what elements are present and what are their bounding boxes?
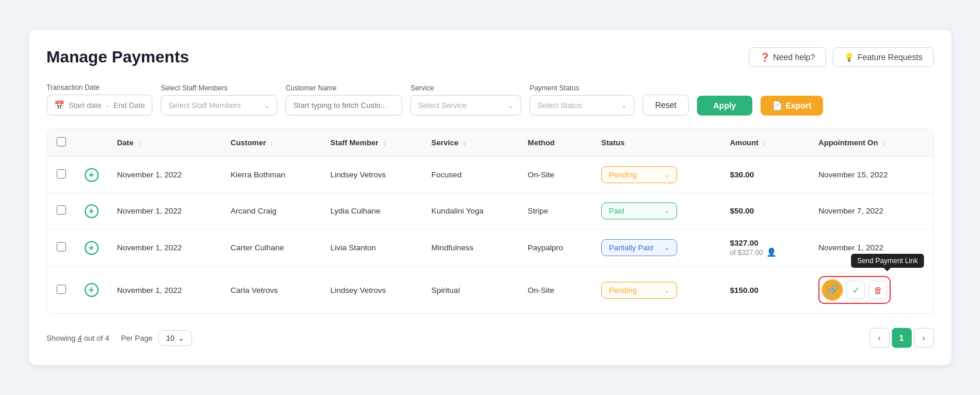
reset-button[interactable]: Reset [643,95,689,116]
status-badge[interactable]: Paid ⌄ [601,202,677,219]
main-card: Manage Payments ❓ Need help? 💡 Feature R… [29,30,951,365]
header-amount: Amount ↕ [720,129,809,157]
end-date: End Date [113,101,145,110]
service-placeholder: Select Service [418,101,466,110]
date-cell: November 1, 2022 [108,229,222,267]
status-badge[interactable]: Pending ⌄ [601,282,677,299]
row-checkbox[interactable] [57,169,66,179]
expand-button[interactable]: + [85,204,99,218]
service-cell: Kundalini Yoga [422,193,518,229]
customer-cell: Carter Culhane [221,229,321,267]
header-staff: Staff Member ↕ [321,129,422,157]
confirm-action-button[interactable]: ✓ [846,281,865,299]
per-page-group: Per Page 10 ⌄ [121,330,192,346]
payments-table-wrap: Date ↕ Customer ↕ Staff Member ↕ Service… [47,128,934,314]
filters-row: Transaction Date 📅 Start date - End Date… [47,83,934,116]
delete-action-button[interactable]: 🗑 [869,281,887,299]
need-help-button[interactable]: ❓ Need help? [749,47,826,67]
status-badge[interactable]: Partially Paid ⌄ [601,239,677,256]
staff-cell: Lydia Culhane [321,193,422,229]
sort-icon: ↕ [883,140,885,146]
sort-icon: ↕ [463,140,466,146]
staff-placeholder: Select Staff Members [168,101,240,110]
row-checkbox[interactable] [57,242,66,251]
payment-status-group: Payment Status Select Status ⌄ [529,84,634,116]
chevron-down-icon: ⌄ [664,207,669,215]
footer-row: Showing 4 out of 4 Per Page 10 ⌄ ‹ 1 › [47,328,934,348]
table-row: + November 1, 2022 Carter Culhane Livia … [47,229,933,267]
row-checkbox[interactable] [57,285,66,294]
table-row: + November 1, 2022 Arcand Craig Lydia Cu… [47,193,933,229]
header-method: Method [518,129,592,157]
expand-col: + [75,229,108,267]
date-cell: November 1, 2022 [108,267,222,314]
header-checkbox-col [47,129,75,157]
header-appointment: Appointment On ↕ [809,129,933,157]
service-label: Service [410,84,521,92]
transaction-date-group: Transaction Date 📅 Start date - End Date [47,83,153,116]
expand-button[interactable]: + [85,168,99,182]
expand-col: + [75,193,108,229]
transaction-date-input[interactable]: 📅 Start date - End Date [47,95,153,116]
chevron-down-icon: ⌄ [664,171,669,179]
amount-cell: $327.00of $327.00👤 [720,229,809,267]
action-highlight: 🔗 ✓ 🗑 [818,276,891,304]
export-icon: 📄 [772,101,782,110]
header-customer: Customer ↕ [221,129,321,157]
amount-cell: $150.00 [720,267,809,314]
expand-col: + [75,157,108,193]
send-payment-link-button[interactable]: 🔗 [822,279,843,300]
customer-cell: Carla Vetrovs [221,267,321,314]
export-button[interactable]: 📄 Export [761,96,823,116]
service-select[interactable]: Select Service ⌄ [410,95,521,116]
per-page-select[interactable]: 10 ⌄ [158,330,191,346]
service-cell: Mindfulness [422,229,518,267]
send-payment-link-tooltip: Send Payment Link [851,254,923,268]
customer-cell: Arcand Craig [221,193,321,229]
header-actions: ❓ Need help? 💡 Feature Requests [749,47,934,67]
row-checkbox-col [47,157,75,193]
method-cell: On-Site [518,267,592,314]
chevron-down-icon: ⌄ [178,334,184,342]
status-badge[interactable]: Pending ⌄ [601,166,677,183]
prev-page-button[interactable]: ‹ [870,328,890,348]
customer-name-input[interactable] [285,95,402,116]
page-1-button[interactable]: 1 [892,328,912,348]
transaction-date-label: Transaction Date [47,83,153,92]
status-label: Paid [609,207,624,215]
start-date: Start date [69,101,102,110]
appointment-cell: Send Payment Link 🔗 ✓ 🗑 [809,267,933,314]
row-actions: Send Payment Link 🔗 ✓ 🗑 [818,276,923,304]
status-select[interactable]: Select Status ⌄ [529,95,634,116]
header-date: Date ↕ [108,129,222,157]
chevron-down-icon: ⌄ [664,244,669,251]
header-row: Manage Payments ❓ Need help? 💡 Feature R… [47,47,934,67]
lightbulb-icon: 💡 [844,53,854,62]
method-cell: Paypalpro [518,229,592,267]
apply-button[interactable]: Apply [697,96,752,116]
method-cell: On-Site [518,157,592,193]
expand-button[interactable]: + [85,283,99,297]
amount-sub: of $327.00 [730,249,763,257]
per-page-label: Per Page [121,334,152,342]
amount-cell: $50.00 [720,193,809,229]
method-cell: Stripe [518,193,592,229]
status-label: Payment Status [529,84,634,92]
expand-button[interactable]: + [85,241,99,255]
customer-cell: Kierra Bothman [221,157,321,193]
staff-select[interactable]: Select Staff Members ⌄ [161,95,277,116]
row-checkbox-col [47,193,75,229]
row-checkbox[interactable] [57,205,66,215]
select-all-checkbox[interactable] [57,137,66,146]
status-cell: Paid ⌄ [592,193,720,229]
per-page-value: 10 [166,334,174,342]
next-page-button[interactable]: › [914,328,934,348]
staff-members-group: Select Staff Members Select Staff Member… [161,84,277,116]
sort-icon: ↕ [138,140,141,146]
date-separator: - [106,101,109,110]
feature-requests-button[interactable]: 💡 Feature Requests [833,47,933,67]
person-icon: 👤 [766,247,776,257]
status-cell: Pending ⌄ [592,267,720,314]
calendar-icon: 📅 [54,100,64,110]
staff-cell: Lindsey Vetrovs [321,157,422,193]
